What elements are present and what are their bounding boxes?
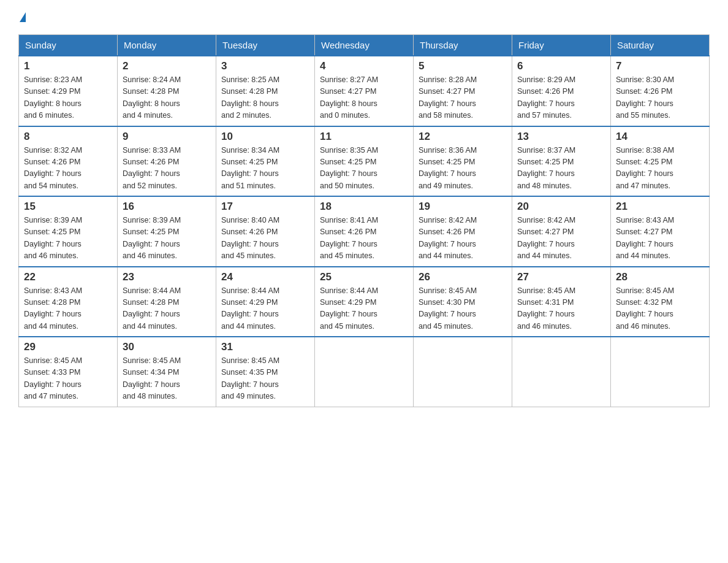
calendar-cell: 7Sunrise: 8:30 AMSunset: 4:26 PMDaylight… bbox=[611, 56, 710, 126]
day-info: Sunrise: 8:43 AMSunset: 4:28 PMDaylight:… bbox=[24, 285, 112, 333]
calendar-cell: 6Sunrise: 8:29 AMSunset: 4:26 PMDaylight… bbox=[512, 56, 611, 126]
day-info: Sunrise: 8:40 AMSunset: 4:26 PMDaylight:… bbox=[221, 215, 309, 262]
day-info: Sunrise: 8:42 AMSunset: 4:26 PMDaylight:… bbox=[419, 215, 507, 262]
day-number: 9 bbox=[123, 131, 211, 143]
day-number: 21 bbox=[616, 201, 704, 213]
calendar-cell: 12Sunrise: 8:36 AMSunset: 4:25 PMDayligh… bbox=[414, 126, 512, 197]
day-number: 1 bbox=[24, 60, 112, 72]
calendar-cell: 4Sunrise: 8:27 AMSunset: 4:27 PMDaylight… bbox=[315, 56, 414, 126]
day-info: Sunrise: 8:44 AMSunset: 4:29 PMDaylight:… bbox=[320, 285, 408, 333]
day-of-week-header: Tuesday bbox=[216, 35, 315, 56]
day-number: 25 bbox=[320, 271, 408, 283]
day-number: 17 bbox=[221, 201, 309, 213]
calendar-cell: 17Sunrise: 8:40 AMSunset: 4:26 PMDayligh… bbox=[216, 196, 315, 267]
day-info: Sunrise: 8:45 AMSunset: 4:33 PMDaylight:… bbox=[24, 355, 112, 403]
day-number: 28 bbox=[616, 271, 704, 283]
day-info: Sunrise: 8:23 AMSunset: 4:29 PMDaylight:… bbox=[24, 74, 112, 122]
day-number: 2 bbox=[123, 60, 211, 72]
day-number: 22 bbox=[24, 271, 112, 283]
day-info: Sunrise: 8:30 AMSunset: 4:26 PMDaylight:… bbox=[616, 74, 704, 122]
day-number: 5 bbox=[419, 60, 507, 72]
calendar-table: SundayMondayTuesdayWednesdayThursdayFrid… bbox=[18, 34, 710, 407]
day-info: Sunrise: 8:29 AMSunset: 4:26 PMDaylight:… bbox=[517, 74, 605, 122]
calendar-cell: 19Sunrise: 8:42 AMSunset: 4:26 PMDayligh… bbox=[414, 196, 512, 267]
day-info: Sunrise: 8:44 AMSunset: 4:29 PMDaylight:… bbox=[221, 285, 309, 333]
day-info: Sunrise: 8:39 AMSunset: 4:25 PMDaylight:… bbox=[123, 215, 211, 262]
day-info: Sunrise: 8:45 AMSunset: 4:34 PMDaylight:… bbox=[123, 355, 211, 403]
day-info: Sunrise: 8:41 AMSunset: 4:26 PMDaylight:… bbox=[320, 215, 408, 262]
day-number: 12 bbox=[419, 131, 507, 143]
calendar-cell: 18Sunrise: 8:41 AMSunset: 4:26 PMDayligh… bbox=[315, 196, 414, 267]
day-info: Sunrise: 8:44 AMSunset: 4:28 PMDaylight:… bbox=[123, 285, 211, 333]
day-info: Sunrise: 8:42 AMSunset: 4:27 PMDaylight:… bbox=[517, 215, 605, 262]
day-number: 15 bbox=[24, 201, 112, 213]
calendar-cell: 28Sunrise: 8:45 AMSunset: 4:32 PMDayligh… bbox=[611, 267, 710, 337]
day-info: Sunrise: 8:24 AMSunset: 4:28 PMDaylight:… bbox=[123, 74, 211, 122]
day-info: Sunrise: 8:28 AMSunset: 4:27 PMDaylight:… bbox=[419, 74, 507, 122]
day-number: 4 bbox=[320, 60, 408, 72]
day-number: 16 bbox=[123, 201, 211, 213]
day-info: Sunrise: 8:27 AMSunset: 4:27 PMDaylight:… bbox=[320, 74, 408, 122]
calendar-cell: 29Sunrise: 8:45 AMSunset: 4:33 PMDayligh… bbox=[19, 337, 118, 407]
calendar-cell: 5Sunrise: 8:28 AMSunset: 4:27 PMDaylight… bbox=[414, 56, 512, 126]
calendar-cell bbox=[611, 337, 710, 407]
calendar-cell: 10Sunrise: 8:34 AMSunset: 4:25 PMDayligh… bbox=[216, 126, 315, 197]
calendar-cell: 11Sunrise: 8:35 AMSunset: 4:25 PMDayligh… bbox=[315, 126, 414, 197]
calendar-cell: 1Sunrise: 8:23 AMSunset: 4:29 PMDaylight… bbox=[19, 56, 118, 126]
day-number: 23 bbox=[123, 271, 211, 283]
calendar-cell: 8Sunrise: 8:32 AMSunset: 4:26 PMDaylight… bbox=[19, 126, 118, 197]
day-info: Sunrise: 8:36 AMSunset: 4:25 PMDaylight:… bbox=[419, 145, 507, 193]
day-number: 27 bbox=[517, 271, 605, 283]
day-info: Sunrise: 8:25 AMSunset: 4:28 PMDaylight:… bbox=[221, 74, 309, 122]
calendar-cell bbox=[512, 337, 611, 407]
day-number: 6 bbox=[517, 60, 605, 72]
calendar-cell: 13Sunrise: 8:37 AMSunset: 4:25 PMDayligh… bbox=[512, 126, 611, 197]
day-info: Sunrise: 8:45 AMSunset: 4:30 PMDaylight:… bbox=[419, 285, 507, 333]
calendar-cell: 23Sunrise: 8:44 AMSunset: 4:28 PMDayligh… bbox=[118, 267, 216, 337]
calendar-cell bbox=[315, 337, 414, 407]
day-info: Sunrise: 8:43 AMSunset: 4:27 PMDaylight:… bbox=[616, 215, 704, 262]
day-number: 30 bbox=[123, 341, 211, 353]
calendar-cell: 25Sunrise: 8:44 AMSunset: 4:29 PMDayligh… bbox=[315, 267, 414, 337]
day-number: 20 bbox=[517, 201, 605, 213]
day-number: 19 bbox=[419, 201, 507, 213]
day-number: 3 bbox=[221, 60, 309, 72]
calendar-cell: 14Sunrise: 8:38 AMSunset: 4:25 PMDayligh… bbox=[611, 126, 710, 197]
day-info: Sunrise: 8:37 AMSunset: 4:25 PMDaylight:… bbox=[517, 145, 605, 193]
logo-triangle-icon bbox=[20, 12, 26, 22]
calendar-week-row: 1Sunrise: 8:23 AMSunset: 4:29 PMDaylight… bbox=[19, 56, 710, 126]
day-number: 10 bbox=[221, 131, 309, 143]
calendar-week-row: 15Sunrise: 8:39 AMSunset: 4:25 PMDayligh… bbox=[19, 196, 710, 267]
day-number: 11 bbox=[320, 131, 408, 143]
calendar-cell: 31Sunrise: 8:45 AMSunset: 4:35 PMDayligh… bbox=[216, 337, 315, 407]
day-of-week-header: Wednesday bbox=[315, 35, 414, 56]
day-number: 24 bbox=[221, 271, 309, 283]
day-info: Sunrise: 8:45 AMSunset: 4:35 PMDaylight:… bbox=[221, 355, 309, 403]
calendar-cell: 27Sunrise: 8:45 AMSunset: 4:31 PMDayligh… bbox=[512, 267, 611, 337]
day-number: 18 bbox=[320, 201, 408, 213]
calendar-week-row: 22Sunrise: 8:43 AMSunset: 4:28 PMDayligh… bbox=[19, 267, 710, 337]
day-number: 7 bbox=[616, 60, 704, 72]
page-header bbox=[18, 12, 710, 22]
calendar-week-row: 8Sunrise: 8:32 AMSunset: 4:26 PMDaylight… bbox=[19, 126, 710, 197]
day-of-week-header: Sunday bbox=[19, 35, 118, 56]
logo bbox=[18, 12, 26, 22]
day-number: 13 bbox=[517, 131, 605, 143]
day-info: Sunrise: 8:32 AMSunset: 4:26 PMDaylight:… bbox=[24, 145, 112, 193]
day-info: Sunrise: 8:45 AMSunset: 4:31 PMDaylight:… bbox=[517, 285, 605, 333]
calendar-cell: 15Sunrise: 8:39 AMSunset: 4:25 PMDayligh… bbox=[19, 196, 118, 267]
day-info: Sunrise: 8:38 AMSunset: 4:25 PMDaylight:… bbox=[616, 145, 704, 193]
day-info: Sunrise: 8:33 AMSunset: 4:26 PMDaylight:… bbox=[123, 145, 211, 193]
day-info: Sunrise: 8:45 AMSunset: 4:32 PMDaylight:… bbox=[616, 285, 704, 333]
day-of-week-header: Thursday bbox=[414, 35, 512, 56]
calendar-cell: 22Sunrise: 8:43 AMSunset: 4:28 PMDayligh… bbox=[19, 267, 118, 337]
day-number: 26 bbox=[419, 271, 507, 283]
calendar-cell: 26Sunrise: 8:45 AMSunset: 4:30 PMDayligh… bbox=[414, 267, 512, 337]
day-info: Sunrise: 8:39 AMSunset: 4:25 PMDaylight:… bbox=[24, 215, 112, 262]
day-number: 31 bbox=[221, 341, 309, 353]
day-number: 14 bbox=[616, 131, 704, 143]
day-of-week-header: Monday bbox=[118, 35, 216, 56]
calendar-cell: 9Sunrise: 8:33 AMSunset: 4:26 PMDaylight… bbox=[118, 126, 216, 197]
calendar-cell: 3Sunrise: 8:25 AMSunset: 4:28 PMDaylight… bbox=[216, 56, 315, 126]
calendar-cell: 20Sunrise: 8:42 AMSunset: 4:27 PMDayligh… bbox=[512, 196, 611, 267]
